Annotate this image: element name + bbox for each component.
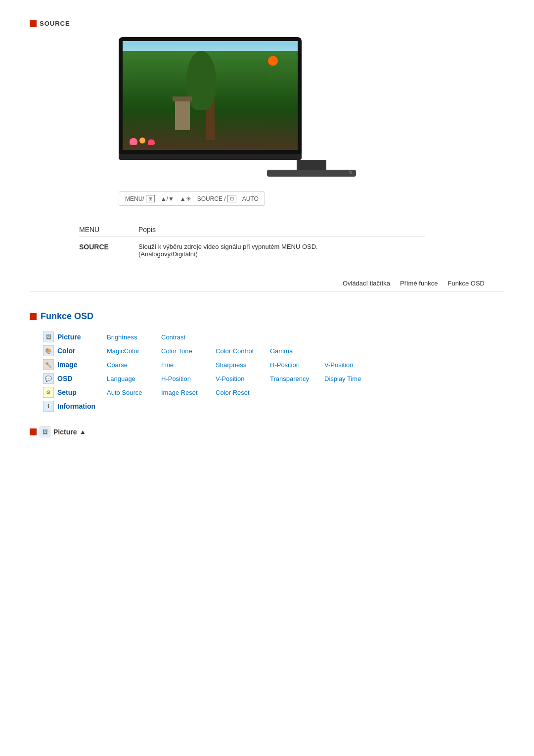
picture-main-link[interactable]: Picture <box>57 333 107 341</box>
menu-table-row-source: SOURCE Slouží k výběru zdroje video sign… <box>79 241 425 260</box>
osd-icon: 💬 <box>43 373 54 384</box>
color-sub-colortone[interactable]: Color Tone <box>161 347 216 355</box>
color-sub-magiccolor[interactable]: MagicColor <box>107 347 161 355</box>
color-sub-gamma[interactable]: Gamma <box>270 347 324 355</box>
source-ctrl-icon: ⊡ <box>227 195 236 202</box>
setup-sub-imagereset[interactable]: Image Reset <box>161 389 216 396</box>
nav-link-prime[interactable]: Přímé funkce <box>400 280 438 287</box>
menu-ctrl-label: MENU/ <box>125 195 144 202</box>
picture-heading-title: Picture <box>53 428 77 436</box>
menu-row1-text2: (Analogový/Digitální) <box>138 250 198 258</box>
osd-table: 🖼 Picture Brightness Contrast 🎨 Color Ma… <box>40 331 504 412</box>
menu-col1-header: MENU <box>79 226 138 234</box>
monitor-frame <box>119 37 302 154</box>
setup-icon: ⚙ <box>43 387 54 398</box>
menu-ctrl: MENU/ ⊞ <box>125 195 155 202</box>
nav-links: Ovládací tlačítka Přímé funkce Funkce OS… <box>30 280 504 291</box>
osd-row-image: 🔧 Image Coarse Fine Sharpness H-Position… <box>40 359 504 370</box>
image-sub-sharpness[interactable]: Sharpness <box>216 361 270 369</box>
information-main-link[interactable]: Information <box>57 402 107 410</box>
osd-sub-transparency[interactable]: Transparency <box>270 375 324 382</box>
image-icon-cell: 🔧 <box>40 359 57 370</box>
source-ctrl-label: SOURCE / <box>197 195 226 202</box>
picture-sub-brightness[interactable]: Brightness <box>107 333 161 341</box>
control-bar-container: MENU/ ⊞ ▲/▼ ▲☀ SOURCE / ⊡ AUTO <box>119 191 504 206</box>
information-icon-cell: ℹ <box>40 401 57 412</box>
funkce-icon <box>30 313 37 320</box>
osd-sub-vposition[interactable]: V-Position <box>216 375 270 382</box>
nav-link-funkce[interactable]: Funkce OSD <box>448 280 485 287</box>
monitor-stand-neck <box>297 160 326 170</box>
image-sub-vposition[interactable]: V-Position <box>324 361 379 369</box>
image-sub-coarse[interactable]: Coarse <box>107 361 161 369</box>
image-sub-fine[interactable]: Fine <box>161 361 216 369</box>
osd-row-picture: 🖼 Picture Brightness Contrast <box>40 331 504 342</box>
pagoda <box>175 100 190 130</box>
picture-heading-source-icon <box>30 428 37 435</box>
arrows-label: ▲/▼ <box>161 195 174 202</box>
picture-heading-arrow: ▲ <box>80 428 86 435</box>
orange-ball <box>268 56 278 66</box>
menu-col2-header: Popis <box>138 226 425 234</box>
picture-sub-contrast[interactable]: Contrast <box>161 333 216 341</box>
funkce-title: Funkce OSD <box>41 311 93 322</box>
osd-sub-language[interactable]: Language <box>107 375 161 382</box>
color-sub-colorcontrol[interactable]: Color Control <box>216 347 270 355</box>
osd-sub-displaytime[interactable]: Display Time <box>324 375 379 382</box>
setup-sub-colorreset[interactable]: Color Reset <box>216 389 270 396</box>
monitor-stand-top <box>119 154 302 160</box>
ctrl-box-icon: ⊞ <box>146 195 155 202</box>
picture-icon: 🖼 <box>43 331 54 342</box>
setup-main-link[interactable]: Setup <box>57 388 107 396</box>
osd-main-link[interactable]: OSD <box>57 375 107 382</box>
picture-icon-cell: 🖼 <box>40 331 57 342</box>
setup-icon-cell: ⚙ <box>40 387 57 398</box>
control-bar: MENU/ ⊞ ▲/▼ ▲☀ SOURCE / ⊡ AUTO <box>119 191 265 206</box>
nav-link-ovladaci[interactable]: Ovládací tlačítka <box>343 280 390 287</box>
information-icon: ℹ <box>43 401 54 412</box>
source-label: SOURCE <box>40 20 70 27</box>
auto-ctrl-label: AUTO <box>242 195 259 202</box>
arrows-ctrl: ▲/▼ <box>161 195 174 202</box>
image-sub-hposition[interactable]: H-Position <box>270 361 324 369</box>
image-icon: 🔧 <box>43 359 54 370</box>
menu-row1-col2: Slouží k výběru zdroje video signálu při… <box>138 243 425 258</box>
picture-heading: 🖼 Picture ▲ <box>30 426 504 437</box>
osd-icon-cell: 💬 <box>40 373 57 384</box>
auto-ctrl: AUTO <box>242 195 259 202</box>
monitor-stand-base <box>267 170 356 177</box>
tree-top <box>186 51 216 110</box>
brightness-symbol: ▲☀ <box>180 195 191 202</box>
color-icon-cell: 🎨 <box>40 345 57 356</box>
monitor-screen <box>123 41 298 150</box>
source-icon <box>30 20 37 27</box>
osd-row-information: ℹ Information <box>40 401 504 412</box>
menu-table: MENU Popis SOURCE Slouží k výběru zdroje… <box>79 226 425 260</box>
osd-sub-hposition[interactable]: H-Position <box>161 375 216 382</box>
source-header: SOURCE <box>30 20 504 27</box>
setup-sub-autosource[interactable]: Auto Source <box>107 389 161 396</box>
osd-row-color: 🎨 Color MagicColor Color Tone Color Cont… <box>40 345 504 356</box>
menu-row1-col1: SOURCE <box>79 243 138 258</box>
menu-row1-text1: Slouží k výběru zdroje video signálu při… <box>138 243 318 250</box>
flowers <box>128 130 157 145</box>
osd-row-setup: ⚙ Setup Auto Source Image Reset Color Re… <box>40 387 504 398</box>
brightness-ctrl: ▲☀ <box>180 195 191 202</box>
monitor-container <box>119 37 504 177</box>
menu-table-header: MENU Popis <box>79 226 425 237</box>
color-main-link[interactable]: Color <box>57 347 107 355</box>
source-ctrl: SOURCE / ⊡ <box>197 195 236 202</box>
funkce-header: Funkce OSD <box>30 311 504 322</box>
color-icon: 🎨 <box>43 345 54 356</box>
image-main-link[interactable]: Image <box>57 361 107 369</box>
osd-row-osd: 💬 OSD Language H-Position V-Position Tra… <box>40 373 504 384</box>
picture-heading-icon: 🖼 <box>40 426 50 437</box>
